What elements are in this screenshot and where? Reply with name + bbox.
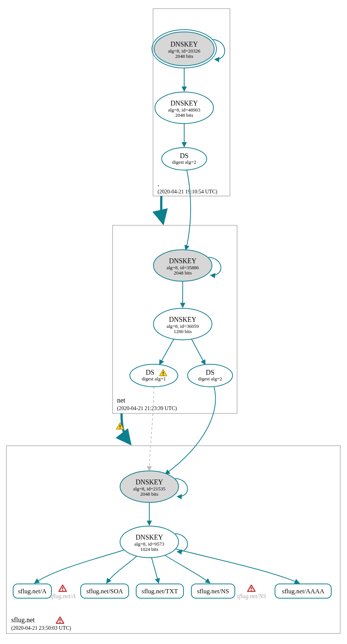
edge-net-ds2-sflug-ksk [165,386,215,474]
rr-label: sflug.net/NS [197,588,229,595]
zone-ts-root: (2020-04-21 19:10:54 UTC) [158,189,218,195]
zone-ts-sflug: (2020-04-21 23:50:03 UTC) [11,625,71,631]
node-sub: 1280 bits [174,329,192,334]
edge-zsk-aaaa [176,549,299,583]
node-title: DNSKEY [135,534,163,541]
node-sub: 1024 bits [140,546,158,552]
rr-label: sflug.net/SOA [86,588,123,595]
delegation-root-net [161,196,163,224]
node-sub: digest alg=1 [142,376,166,382]
node-sub: alg=8, id=9573 [134,541,164,547]
rr-label-faded: sflug.net/NS [237,593,266,600]
node-title: DS [180,152,188,160]
rr-sflug-a[interactable]: sflug.net/A [13,584,51,598]
error-icon [59,585,66,591]
rr-sflug-aaaa[interactable]: sflug.net/AAAA [275,584,331,598]
rr-label-faded: sflug.net/A [50,593,76,600]
node-sub: digest alg=2 [172,159,196,165]
node-sub: alg=8, id=36059 [167,323,199,329]
zone-label-net: net [117,397,125,404]
zone-ts-net: (2020-04-21 21:23:39 UTC) [117,406,177,412]
node-sflug-ksk[interactable]: DNSKEY alg=8, id=21535 2048 bits [120,471,179,502]
node-sflug-zsk[interactable]: DNSKEY alg=8, id=9573 1024 bits [120,526,179,558]
node-sub: alg=8, id=35886 [167,265,199,270]
node-net-ds2[interactable]: DS digest alg=2 [188,364,233,387]
node-title: DNSKEY [170,100,198,107]
node-title: DNSKEY [169,257,196,265]
rr-label: sflug.net/TXT [142,588,178,595]
error-icon [56,617,64,623]
node-title: DS [146,369,154,376]
node-root-zsk[interactable]: DNSKEY alg=8, id=48903 2048 bits [155,92,213,124]
rr-sflug-txt[interactable]: sflug.net/TXT [136,584,183,598]
rr-sflug-ns-error[interactable]: sflug.net/NS [237,585,266,600]
node-sub: alg=8, id=21535 [133,486,165,492]
node-sub: alg=8, id=20326 [168,48,201,54]
error-icon [248,585,255,591]
edge-net-ds1-sflug-ksk [149,387,154,471]
rr-sflug-a-error[interactable]: sflug.net/A [50,585,76,600]
node-sub: 2048 bits [175,53,193,59]
rr-sflug-soa[interactable]: sflug.net/SOA [81,584,129,598]
edge-zsk-txt [152,558,159,583]
node-title: DNSKEY [170,41,198,48]
zone-label-sflug: sflug.net [11,616,35,624]
rr-sflug-ns[interactable]: sflug.net/NS [191,584,235,598]
node-title: DNSKEY [135,478,163,486]
node-root-ksk[interactable]: DNSKEY alg=8, id=20326 2048 bits [152,30,216,68]
zone-label-root: . [158,180,159,188]
rr-label: sflug.net/AAAA [282,588,325,595]
edge-root-ds-net-ksk [186,170,191,250]
node-sub: alg=8, id=48903 [168,107,200,113]
node-net-zsk[interactable]: DNSKEY alg=8, id=36059 1280 bits [153,308,212,340]
edge-zsk-ns [165,555,210,583]
node-title: DS [206,369,214,376]
node-sub: 2048 bits [174,270,192,276]
node-root-ds[interactable]: DS digest alg=2 [162,148,207,170]
node-sub: 2048 bits [140,491,158,497]
node-sub: 2048 bits [175,112,193,118]
node-net-ksk[interactable]: DNSKEY alg=8, id=35886 2048 bits [153,250,212,281]
dnssec-diagram: . (2020-04-21 19:10:54 UTC) net (2020-04… [0,0,347,644]
node-net-ds1[interactable]: DS digest alg=1 [130,364,178,387]
rr-label: sflug.net/A [18,588,47,595]
edge-zsk-soa [107,556,137,583]
node-sub: digest alg=2 [198,376,222,382]
edge-net-zsk-ds2 [191,339,205,365]
edge-net-zsk-ds1 [159,339,174,365]
node-title: DNSKEY [169,316,196,323]
